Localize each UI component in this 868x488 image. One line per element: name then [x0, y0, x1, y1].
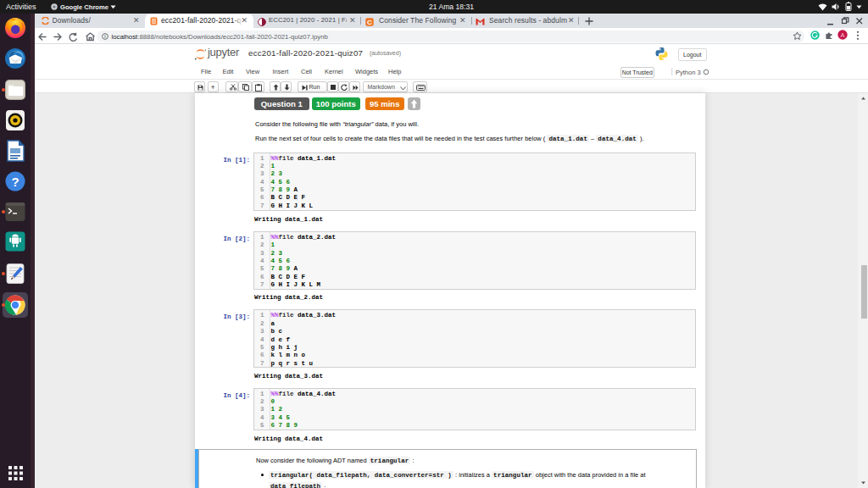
- svg-text:?: ?: [11, 175, 19, 189]
- svg-text:C: C: [367, 18, 372, 25]
- svg-text:A: A: [840, 31, 844, 39]
